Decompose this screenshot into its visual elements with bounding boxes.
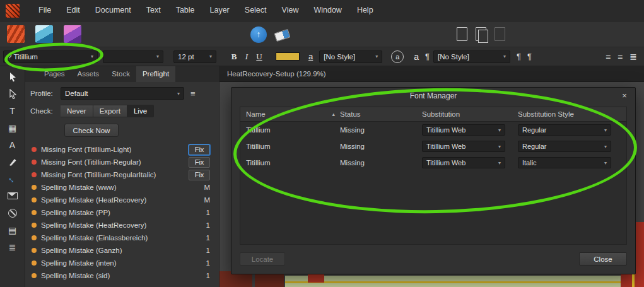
underline-button[interactable]: U (253, 50, 266, 64)
panel-tab[interactable]: Preflight (136, 66, 175, 82)
column-header-substitution-style[interactable]: Substitution Style (518, 110, 626, 118)
font-row[interactable]: Titillium Missing Titillium Web ▾ (240, 138, 626, 155)
alignment-icon[interactable]: ≣ (629, 52, 637, 62)
document-tab[interactable]: HeatRecovery-Setup (129.9%) (227, 70, 326, 78)
preflight-issue-row[interactable]: Missing Font (Titillium-RegularItalic) F… (30, 168, 214, 181)
check-mode-button[interactable]: Never (61, 105, 93, 117)
substitution-style-select[interactable]: Regular ▾ (518, 124, 611, 136)
menu-item[interactable]: Help (349, 0, 381, 21)
preflight-issue-row[interactable]: Spelling Mistake (Einlassbereich) 1 (30, 231, 214, 244)
app-logo-icon (6, 4, 20, 18)
italic-button[interactable]: I (240, 50, 253, 64)
substitution-value: Titillium Web (426, 126, 465, 134)
check-mode-button[interactable]: Export (93, 105, 127, 117)
menu-item[interactable]: File (31, 0, 59, 21)
font-size-select[interactable]: 12 pt ▾ (173, 50, 216, 63)
layers-order-icon[interactable]: ≣ (6, 240, 20, 254)
column-header-name[interactable]: Name ▴ (240, 110, 340, 118)
close-button[interactable]: Close (579, 252, 627, 266)
preflight-issue-row[interactable]: Missing Font (Titillium-Regular) Fix (30, 156, 214, 168)
substitution-style-select[interactable]: Regular ▾ (518, 141, 611, 152)
table-tool-icon[interactable]: ▦ (6, 121, 20, 134)
preflight-issue-row[interactable]: Spelling Mistake (www) M (30, 181, 214, 194)
font-row[interactable]: Titillium Missing Titillium Web ▾ (240, 155, 626, 171)
typography-icon[interactable]: a (414, 52, 419, 62)
preflight-issue-row[interactable]: Spelling Mistake (Ganzh) 1 (30, 244, 214, 257)
menu-item[interactable]: Edit (59, 0, 88, 21)
font-status-cell: Missing (340, 159, 422, 167)
hyperlink-icon[interactable]: ↑ (250, 26, 267, 43)
paragraph-panel-icon[interactable]: ¶ (527, 52, 532, 61)
substitution-select[interactable]: Titillium Web ▾ (422, 141, 505, 152)
paragraph-style-value: [No Style] (438, 53, 469, 61)
bullet-list-icon[interactable]: ≡ (606, 52, 611, 62)
preflight-issue-row[interactable]: Spelling Mistake (sid) 1 (30, 269, 214, 282)
menu-item[interactable]: Select (237, 0, 274, 21)
font-status-cell: Missing (340, 126, 422, 134)
profile-menu-icon[interactable]: ≡ (190, 89, 196, 98)
menu-item[interactable]: Layer (202, 0, 237, 21)
substitution-select[interactable]: Titillium Web ▾ (422, 157, 505, 168)
issue-count: 1 (202, 234, 210, 242)
fill-color-swatch[interactable] (276, 52, 300, 61)
font-row[interactable]: Titillium Missing Titillium Web ▾ (240, 122, 626, 138)
issue-count: M (202, 196, 210, 204)
substitution-style-select[interactable]: Italic ▾ (518, 157, 611, 168)
font-name-cell: Titillium (240, 126, 340, 134)
font-name-select[interactable]: ? Titillium ▾ (3, 50, 98, 63)
check-mode-button[interactable]: Live (127, 105, 154, 117)
fix-button[interactable]: Fix (189, 144, 210, 155)
artistic-text-tool-icon[interactable]: A (6, 138, 20, 151)
eraser-icon[interactable] (274, 26, 290, 43)
check-now-button[interactable]: Check Now (64, 124, 119, 137)
menu-item[interactable]: Text (139, 0, 168, 21)
menu-item[interactable]: Window (306, 0, 349, 21)
profile-select[interactable]: Default ▾ (61, 87, 184, 100)
menu-item[interactable]: Document (88, 0, 139, 21)
single-page-icon[interactable] (457, 27, 467, 41)
preflight-issue-row[interactable]: Spelling Mistake (HeatRecovery) 1 (30, 219, 214, 231)
frame-text-tool-icon[interactable]: T (6, 104, 20, 117)
panel-tab[interactable]: Pages (38, 66, 71, 82)
designer-persona-icon[interactable] (35, 25, 53, 43)
column-header-substitution[interactable]: Substitution (422, 110, 518, 118)
preflight-issue-row[interactable]: Spelling Mistake (inten) 1 (30, 257, 214, 269)
character-color-icon[interactable]: a (308, 52, 313, 61)
issue-count: 1 (202, 209, 210, 216)
font-traits-select[interactable]: ▾ (103, 50, 163, 63)
issue-severity-icon (32, 160, 37, 165)
bold-button[interactable]: B (228, 50, 240, 64)
menu-item[interactable]: Table (168, 0, 202, 21)
preflight-issue-row[interactable]: Missing Font (Titillium-Light) Fix (30, 143, 214, 156)
no-fill-tool-icon[interactable] (6, 206, 20, 220)
preflight-issue-row[interactable]: Spelling Mistake (PP) 1 (30, 206, 214, 219)
fix-button[interactable]: Fix (189, 170, 210, 180)
transform-tool-icon[interactable]: ↔ (3, 169, 21, 188)
substitution-select[interactable]: Titillium Web ▾ (422, 124, 505, 136)
menu-item[interactable]: View (274, 0, 307, 21)
issue-label: Missing Font (Titillium-RegularItalic) (41, 171, 184, 179)
move-tool-icon[interactable] (6, 70, 20, 83)
character-panel-icon[interactable]: a (391, 50, 404, 63)
preflight-issue-row[interactable]: Spelling Mistake (HeatRecovery) M (30, 194, 214, 206)
paragraph-icon[interactable]: ¶ (425, 52, 430, 61)
substitution-style-cell: Italic ▾ (518, 157, 626, 168)
fix-button[interactable]: Fix (189, 157, 210, 168)
node-tool-icon[interactable] (6, 87, 20, 100)
photo-persona-icon[interactable] (64, 25, 81, 43)
list-format-group: ≡ ≡ ≣ (606, 52, 641, 62)
pen-tool-icon[interactable] (6, 155, 20, 168)
close-icon[interactable]: × (619, 91, 629, 101)
panel-tab[interactable]: Stock (105, 66, 136, 82)
picture-frame-tool-icon[interactable] (6, 189, 20, 202)
facing-pages-icon[interactable] (476, 27, 486, 41)
show-special-characters-icon[interactable]: ¶ (517, 52, 521, 61)
panel-tab[interactable]: Assets (71, 66, 106, 82)
character-style-select[interactable]: [No Style] ▾ (319, 50, 382, 63)
paragraph-style-select[interactable]: [No Style] ▾ (433, 50, 510, 63)
numbered-list-icon[interactable]: ≡ (618, 52, 623, 62)
issue-severity-icon (32, 210, 37, 215)
image-frame-tool-icon[interactable]: ▤ (6, 223, 20, 237)
publisher-persona-icon[interactable] (7, 25, 25, 43)
column-header-status[interactable]: Status (340, 110, 422, 118)
